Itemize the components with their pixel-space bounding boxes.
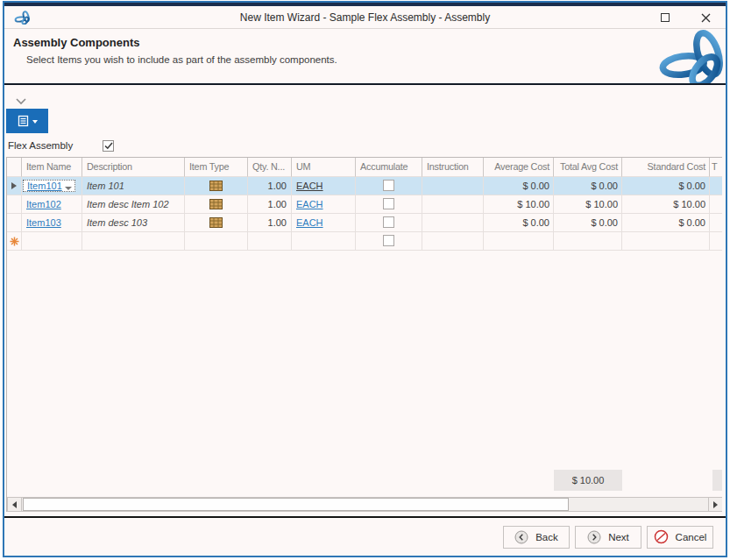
layout-menu-button[interactable] <box>6 109 48 133</box>
accumulate-checkbox[interactable] <box>383 180 394 191</box>
table-row[interactable]: Item102 Item desc Item 102 1.00 EACH $ 1… <box>7 195 722 214</box>
scroll-left-button[interactable] <box>8 498 22 511</box>
item-type-cell[interactable] <box>185 214 248 232</box>
package-icon <box>209 180 223 192</box>
item-name-editor[interactable]: Item101 <box>23 180 75 192</box>
average-cost-cell[interactable] <box>484 232 554 251</box>
column-header-um[interactable]: UM <box>292 158 356 177</box>
column-header-total-avg-cost[interactable]: Total Avg Cost <box>554 158 622 177</box>
t-cell[interactable] <box>710 177 722 195</box>
accumulate-checkbox[interactable] <box>383 216 394 228</box>
um-link[interactable]: EACH <box>296 181 323 191</box>
standard-cost-cell[interactable]: $ 10.00 <box>622 195 710 214</box>
table-row[interactable]: Item101 Item 101 1.00 EACH $ 0.00 $ 0.00… <box>7 177 722 195</box>
column-header-standard-cost[interactable]: Standard Cost <box>622 158 710 177</box>
total-avg-cost-cell[interactable]: $ 0.00 <box>554 177 622 195</box>
accumulate-cell[interactable] <box>356 232 422 251</box>
collapse-panel-button[interactable] <box>15 93 31 103</box>
item-type-cell[interactable] <box>185 177 248 195</box>
qty-cell[interactable]: 1.00 <box>248 195 292 214</box>
standard-cost-cell[interactable] <box>622 232 710 251</box>
scroll-right-button[interactable] <box>708 498 722 511</box>
grid-summary-row: $ 10.00 <box>7 470 722 491</box>
t-cell[interactable] <box>710 214 722 232</box>
average-cost-cell[interactable]: $ 0.00 <box>484 177 554 195</box>
horizontal-scrollbar[interactable] <box>7 497 722 512</box>
wizard-footer: Back Next Cancel <box>4 516 726 556</box>
description-cell[interactable]: Item desc Item 102 <box>82 195 185 214</box>
column-header-instruction[interactable]: Instruction <box>422 158 484 177</box>
instruction-cell[interactable] <box>422 232 484 251</box>
back-button[interactable]: Back <box>503 526 570 549</box>
accumulate-cell[interactable] <box>356 214 422 232</box>
um-cell[interactable]: EACH <box>292 195 356 214</box>
t-cell[interactable] <box>710 232 722 251</box>
t-column-summary <box>712 470 722 491</box>
scrollbar-thumb[interactable] <box>23 498 569 511</box>
description-cell[interactable] <box>82 232 185 251</box>
column-header-average-cost[interactable]: Average Cost <box>484 158 554 177</box>
um-cell[interactable]: EACH <box>292 214 356 232</box>
item-link[interactable]: Item103 <box>26 217 61 228</box>
grid-empty-area <box>7 251 722 470</box>
scroll-right-icon <box>713 501 718 508</box>
editor-dropdown-icon[interactable] <box>65 187 72 190</box>
total-avg-cost-cell[interactable] <box>554 232 622 251</box>
item-name-cell[interactable]: Item103 <box>22 214 82 232</box>
average-cost-cell[interactable]: $ 0.00 <box>484 214 554 232</box>
flex-assembly-label: Flex Assembly <box>8 140 73 151</box>
column-header-item-name[interactable]: Item Name <box>22 158 82 177</box>
instruction-cell[interactable] <box>422 214 484 232</box>
qty-cell[interactable] <box>248 232 292 251</box>
um-cell[interactable]: EACH <box>292 177 356 195</box>
row-indicator <box>7 214 22 232</box>
standard-cost-cell[interactable]: $ 0.00 <box>622 214 710 232</box>
cancel-button[interactable]: Cancel <box>647 526 713 549</box>
flex-assembly-checkbox[interactable] <box>103 140 114 152</box>
total-avg-cost-summary: $ 10.00 <box>554 470 622 491</box>
um-link[interactable]: EACH <box>296 217 323 228</box>
description-cell[interactable]: Item desc 103 <box>82 214 185 232</box>
average-cost-cell[interactable]: $ 10.00 <box>484 195 554 214</box>
titlebar: New Item Wizard - Sample Flex Assembly -… <box>4 6 726 29</box>
item-link[interactable]: Item102 <box>26 199 61 209</box>
instruction-cell[interactable] <box>422 195 484 214</box>
total-avg-cost-cell[interactable]: $ 0.00 <box>554 214 622 232</box>
item-type-cell[interactable] <box>185 232 248 251</box>
standard-cost-cell[interactable]: $ 0.00 <box>622 177 710 195</box>
item-name-cell[interactable] <box>22 232 82 251</box>
description-cell[interactable]: Item 101 <box>82 177 185 195</box>
column-header-qty[interactable]: Qty. N... <box>248 158 292 177</box>
qty-cell[interactable]: 1.00 <box>248 177 292 195</box>
qty-cell[interactable]: 1.00 <box>248 214 292 232</box>
accumulate-checkbox[interactable] <box>383 198 394 209</box>
cancel-button-label: Cancel <box>676 532 707 542</box>
um-cell[interactable] <box>292 232 356 251</box>
column-header-accumulate[interactable]: Accumulate <box>356 158 422 177</box>
item-link[interactable]: Item101 <box>27 181 62 191</box>
new-row-star-icon <box>10 237 19 246</box>
chevron-down-icon <box>15 97 27 105</box>
brand-logo-icon <box>652 29 726 85</box>
scroll-left-icon <box>12 501 17 508</box>
t-cell[interactable] <box>710 195 722 214</box>
new-row[interactable] <box>7 232 722 251</box>
table-row[interactable]: Item103 Item desc 103 1.00 EACH $ 0.00 $… <box>7 214 722 232</box>
item-type-cell[interactable] <box>185 195 248 214</box>
accumulate-checkbox[interactable] <box>383 235 394 246</box>
item-name-cell[interactable]: Item102 <box>22 195 82 214</box>
column-header-item-type[interactable]: Item Type <box>185 158 248 177</box>
instruction-cell[interactable] <box>422 177 484 195</box>
accumulate-cell[interactable] <box>356 177 422 195</box>
maximize-button[interactable] <box>657 11 673 25</box>
accumulate-cell[interactable] <box>356 195 422 214</box>
um-link[interactable]: EACH <box>296 199 323 209</box>
item-name-cell[interactable]: Item101 <box>22 177 82 195</box>
close-button[interactable] <box>698 11 713 25</box>
column-header-t[interactable]: T <box>710 158 722 177</box>
checkmark-icon <box>104 142 113 150</box>
next-button[interactable]: Next <box>575 526 641 549</box>
column-header-description[interactable]: Description <box>82 158 185 177</box>
content-area: Flex Assembly Item Name Description Item… <box>4 85 726 514</box>
total-avg-cost-cell[interactable]: $ 10.00 <box>554 195 622 214</box>
